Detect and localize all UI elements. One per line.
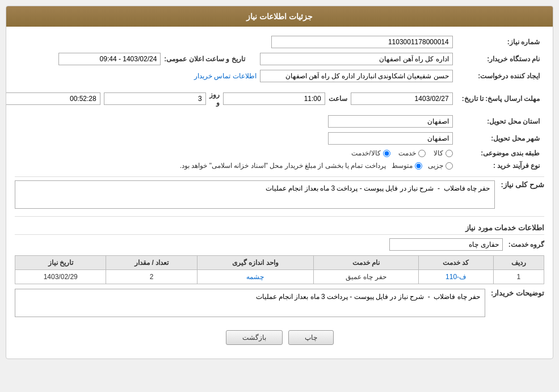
deadline-days-label: روز و bbox=[209, 91, 220, 107]
col-header-date: تاریخ نیاز bbox=[15, 256, 106, 270]
subject-label: طبقه بندی موضوعی: bbox=[457, 147, 544, 159]
deadline-cell: ساعت روز و ساعت باقی مانده bbox=[6, 85, 457, 113]
buyer-org-cell: تاریخ و ساعت اعلان عمومی: bbox=[6, 50, 457, 68]
subject-kala-option[interactable]: کالا bbox=[434, 149, 453, 157]
deadline-days-input bbox=[104, 92, 206, 105]
purchase-type-note: پرداخت تمام یا بخشی از مبلغ خریدار محل "… bbox=[180, 162, 386, 170]
deadline-label: مهلت ارسال پاسخ: تا تاریخ: bbox=[457, 85, 544, 113]
need-number-value bbox=[6, 33, 457, 50]
subject-khedmat-label: خدمت bbox=[398, 149, 416, 157]
buyer-org-input bbox=[260, 53, 453, 65]
button-row: چاپ بازگشت bbox=[15, 323, 544, 352]
col-header-code: کد خدمت bbox=[418, 256, 493, 270]
purchase-type-motavaset-label: متوسط bbox=[392, 162, 413, 170]
services-table: ردیف کد خدمت نام خدمت واحد اندازه گیری ت… bbox=[15, 255, 544, 284]
card-body: شماره نیاز: نام دستگاه خریدار: تاریخ و س… bbox=[6, 27, 553, 359]
creator-input bbox=[260, 70, 453, 82]
table-cell: حفر چاه عمیق bbox=[314, 270, 419, 284]
table-cell: 1403/02/29 bbox=[15, 270, 106, 284]
subject-khedmat-radio[interactable] bbox=[418, 150, 426, 157]
subject-kala-radio[interactable] bbox=[445, 150, 453, 157]
subject-cell: کالا خدمت کالا/خدمت bbox=[6, 147, 457, 159]
divider-2 bbox=[15, 216, 544, 217]
back-button[interactable]: بازگشت bbox=[226, 330, 283, 345]
city-cell bbox=[6, 130, 457, 147]
need-desc-textarea bbox=[15, 180, 495, 209]
service-group-input bbox=[389, 238, 503, 251]
col-header-row: ردیف bbox=[493, 256, 544, 270]
subject-kala-khedmat-radio[interactable] bbox=[383, 150, 390, 157]
purchase-type-motavaset-option[interactable]: متوسط bbox=[392, 162, 422, 170]
services-section-title: اطلاعات خدمات مورد نیاز bbox=[15, 220, 544, 235]
col-header-count: تعداد / مقدار bbox=[106, 256, 197, 270]
subject-kala-khedmat-label: کالا/خدمت bbox=[351, 149, 380, 157]
announce-date-input bbox=[58, 53, 161, 65]
info-table: شماره نیاز: نام دستگاه خریدار: تاریخ و س… bbox=[6, 33, 544, 172]
creator-label: ایجاد کننده درخواست: bbox=[457, 68, 544, 85]
col-header-unit: واحد اندازه گیری bbox=[197, 256, 313, 270]
table-cell: 1 bbox=[493, 270, 544, 284]
table-cell: چشمه bbox=[197, 270, 313, 284]
contact-link[interactable]: اطلاعات تماس خریدار bbox=[194, 72, 257, 80]
table-row: 1ف-110حفر چاه عمیقچشمه21403/02/29 bbox=[15, 270, 544, 284]
deadline-time-label: ساعت bbox=[329, 95, 347, 103]
creator-cell: اطلاعات تماس خریدار bbox=[6, 68, 457, 85]
deadline-remaining-input bbox=[6, 92, 100, 105]
city-input bbox=[328, 132, 453, 145]
col-header-name: نام خدمت bbox=[314, 256, 419, 270]
purchase-type-motavaset-radio[interactable] bbox=[415, 162, 422, 170]
need-number-label: شماره نیاز: bbox=[457, 33, 544, 50]
province-cell bbox=[6, 113, 457, 130]
purchase-type-jezei-radio[interactable] bbox=[445, 162, 453, 170]
buyer-desc-textarea bbox=[15, 289, 485, 317]
announce-date-label: تاریخ و ساعت اعلان عمومی: bbox=[164, 55, 245, 63]
purchase-type-jezei-option[interactable]: جزیی bbox=[428, 162, 453, 170]
divider-1 bbox=[15, 176, 544, 177]
print-button[interactable]: چاپ bbox=[288, 330, 334, 345]
need-number-input bbox=[271, 36, 453, 48]
table-cell: 2 bbox=[106, 270, 197, 284]
service-group-label: گروه خدمت: bbox=[508, 241, 544, 248]
purchase-type-jezei-label: جزیی bbox=[428, 162, 443, 170]
subject-khedmat-option[interactable]: خدمت bbox=[398, 149, 426, 157]
province-label: استان محل تحویل: bbox=[457, 113, 544, 130]
buyer-desc-label: توضیحات خریدار: bbox=[491, 289, 544, 297]
province-input bbox=[328, 115, 453, 128]
page-container: جزئیات اطلاعات نیاز شماره نیاز: نام دستگ… bbox=[0, 0, 559, 392]
deadline-time-input bbox=[223, 92, 325, 105]
subject-kala-khedmat-option[interactable]: کالا/خدمت bbox=[351, 149, 390, 157]
deadline-date-input bbox=[351, 92, 453, 105]
purchase-type-cell: جزیی متوسط پرداخت تمام یا بخشی از مبلغ خ… bbox=[6, 159, 457, 172]
subject-kala-label: کالا bbox=[434, 149, 443, 157]
need-desc-section-title: شرح کلی نیاز: bbox=[501, 180, 544, 189]
table-cell: ف-110 bbox=[418, 270, 493, 284]
purchase-type-label: نوع فرآیند خرید : bbox=[457, 159, 544, 172]
page-title: جزئیات اطلاعات نیاز bbox=[6, 6, 553, 27]
buyer-org-label: نام دستگاه خریدار: bbox=[457, 50, 544, 68]
city-label: شهر محل تحویل: bbox=[457, 130, 544, 147]
main-card: جزئیات اطلاعات نیاز شماره نیاز: نام دستگ… bbox=[6, 6, 553, 359]
